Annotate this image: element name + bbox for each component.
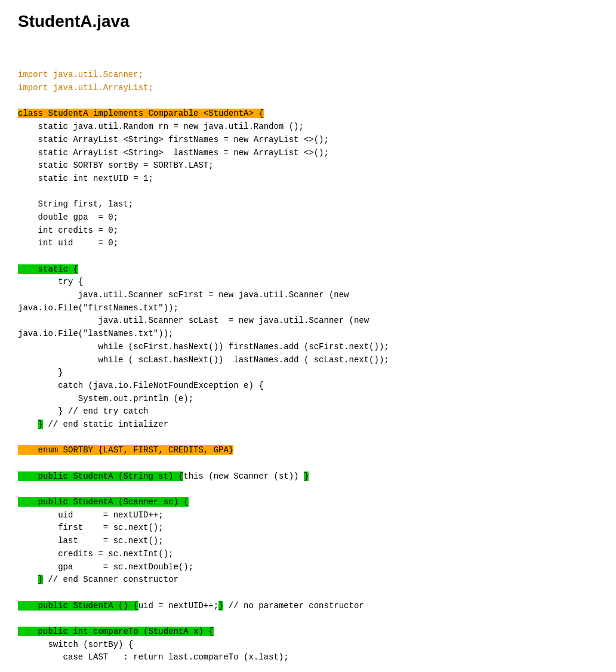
code-line: java.util.Scanner scLast = new java.util… xyxy=(18,315,598,328)
code-line: public StudentA (String st) {this (new S… xyxy=(18,470,598,483)
code-line: first = sc.next(); xyxy=(18,522,598,535)
code-line xyxy=(18,587,598,600)
code-line: gpa = sc.nextDouble(); xyxy=(18,561,598,574)
code-line xyxy=(18,483,598,496)
code-line: static ArrayList <String> lastNames = ne… xyxy=(18,147,598,160)
code-line: public StudentA () {uid = nextUID++;} //… xyxy=(18,600,598,613)
code-line: java.io.File("firstNames.txt")); xyxy=(18,302,598,315)
code-line: } // end Scanner constructor xyxy=(18,574,598,587)
code-line xyxy=(18,250,598,263)
code-line: } // end try catch xyxy=(18,405,598,418)
code-line: catch (java.io.FileNotFoundException e) … xyxy=(18,380,598,393)
code-line: public int compareTo (StudentA x) { xyxy=(18,625,598,639)
code-line: } xyxy=(18,366,598,380)
code-line: java.io.File("lastNames.txt")); xyxy=(18,328,598,341)
code-line: import java.util.ArrayList; xyxy=(18,82,598,95)
code-line: java.util.Scanner scFirst = new java.uti… xyxy=(18,289,598,302)
code-line: enum SORTBY {LAST, FIRST, CREDITS, GPA} xyxy=(18,444,598,457)
code-line: class StudentA implements Comparable <St… xyxy=(18,107,598,121)
code-line: import java.util.Scanner; xyxy=(18,69,598,82)
code-line: public StudentA (Scanner sc) { xyxy=(18,496,598,509)
code-line xyxy=(18,56,598,69)
code-line: try { xyxy=(18,276,598,289)
code-line: while ( scLast.hasNext()) lastNames.add … xyxy=(18,354,598,367)
code-line: int credits = 0; xyxy=(18,224,598,238)
code-line: case LAST : return last.compareTo (x.las… xyxy=(18,651,598,664)
code-line: static int nextUID = 1; xyxy=(18,172,598,186)
code-line: System.out.println (e); xyxy=(18,393,598,406)
code-line: credits = sc.nextInt(); xyxy=(18,548,598,561)
code-line: static SORTBY sortBy = SORTBY.LAST; xyxy=(18,159,598,172)
code-line: static ArrayList <String> firstNames = n… xyxy=(18,134,598,147)
code-line: int uid = 0; xyxy=(18,237,598,250)
code-line xyxy=(18,612,598,625)
code-line xyxy=(18,457,598,470)
code-block: import java.util.Scanner;import java.uti… xyxy=(18,43,598,664)
code-line xyxy=(18,431,598,445)
code-line: while (scFirst.hasNext()) firstNames.add… xyxy=(18,341,598,354)
code-line: static java.util.Random rn = new java.ut… xyxy=(18,121,598,134)
code-line: double gpa = 0; xyxy=(18,211,598,224)
code-line: last = sc.next(); xyxy=(18,535,598,548)
code-line xyxy=(18,186,598,199)
code-line: switch (sortBy) { xyxy=(18,639,598,652)
code-line xyxy=(18,95,598,108)
code-line: uid = nextUID++; xyxy=(18,509,598,522)
code-line: } // end static intializer xyxy=(18,418,598,431)
code-line: static { xyxy=(18,263,598,276)
page-title: StudentA.java xyxy=(18,12,598,31)
code-line: String first, last; xyxy=(18,198,598,211)
